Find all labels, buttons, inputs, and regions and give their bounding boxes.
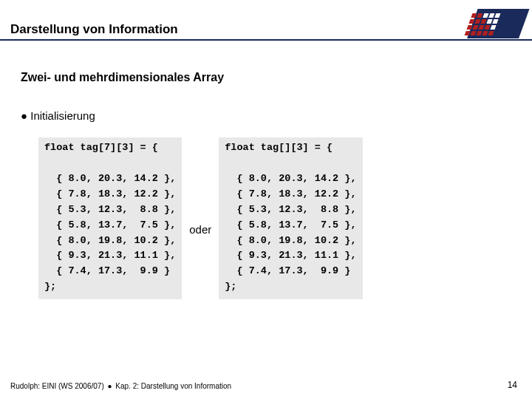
footer-author: Rudolph: EINI (WS 2006/07) <box>10 382 104 390</box>
bullet-marker-icon: ● <box>21 109 27 122</box>
bullet-text: Initialisierung <box>30 109 95 122</box>
page-number: 14 <box>508 380 517 390</box>
code-separator-label: oder <box>189 201 211 236</box>
footer-text: Rudolph: EINI (WS 2006/07) ● Kap. 2: Dar… <box>10 382 231 390</box>
code-block-right: float tag[][3] = { { 8.0, 20.3, 14.2 }, … <box>219 137 362 299</box>
logo <box>467 9 519 38</box>
slide-header: Darstellung von Information <box>0 0 532 44</box>
code-block-left: float tag[7][3] = { { 8.0, 20.3, 14.2 },… <box>38 137 182 299</box>
section-heading: Zwei- und mehrdimensionales Array <box>21 71 224 84</box>
code-comparison: float tag[7][3] = { { 8.0, 20.3, 14.2 },… <box>38 137 517 299</box>
footer-dot-icon: ● <box>106 382 114 390</box>
title-underline <box>0 39 532 41</box>
slide-title: Darstellung von Information <box>10 22 178 37</box>
bullet-item: ● Initialisierung <box>21 109 95 122</box>
footer-chapter: Kap. 2: Darstellung von Information <box>115 382 231 390</box>
